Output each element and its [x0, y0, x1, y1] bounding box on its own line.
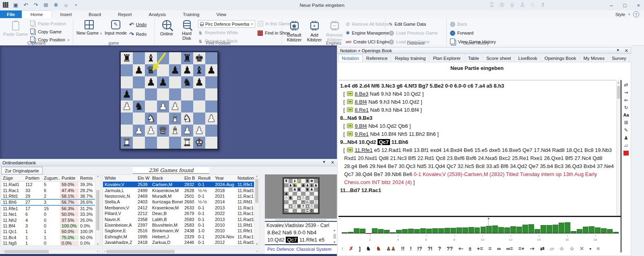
annotation-symbol-button[interactable]: ∞=: [506, 246, 513, 251]
square-d8[interactable]: [157, 52, 169, 64]
column-header[interactable]: Züge: [1, 176, 24, 180]
annotation-symbol-button[interactable]: ⇄: [540, 246, 545, 251]
piece-white-bishop[interactable]: ♝: [169, 125, 181, 137]
back-to-original-game-button[interactable]: Zur Originalpartie: [1, 167, 43, 174]
notation-tab-my-moves[interactable]: My Moves: [580, 54, 608, 62]
paste-game-button[interactable]: Paste Game: [3, 19, 28, 37]
more-dropdown-icon[interactable]: ▾: [73, 2, 79, 8]
square-d1[interactable]: [157, 137, 169, 149]
table-row[interactable]: Saglione,E2516Brinkmann,W24381-0201011.R…: [103, 228, 254, 233]
paste-position-button[interactable]: Paste Position: [30, 20, 70, 27]
mainline-moves[interactable]: 9...Nb4 10.Qd2 Qc7 11.Bh6: [340, 138, 615, 146]
scroll-up-icon[interactable]: ▲: [333, 229, 336, 231]
column-header[interactable]: Elo W: [136, 176, 151, 180]
table-row[interactable]: 11.Bh627356.7%26.6%: [1, 199, 95, 205]
square-g4[interactable]: [193, 100, 205, 113]
table-row[interactable]: 11.Ng5100.0%0.0%: [1, 240, 95, 246]
annotation-symbol-button[interactable]: ✕: [580, 246, 584, 251]
load-previous-game-button[interactable]: ‹Load Previous Game: [389, 29, 438, 37]
tab-view[interactable]: View: [208, 10, 235, 18]
table-row[interactable]: Javakhadze,Z2418Zarkua,D24460-1201211.Ra…: [103, 240, 254, 245]
table-row[interactable]: 11.Rac133647.4%28.2%: [1, 187, 95, 193]
swap-lines-icon[interactable]: ⇝: [624, 90, 628, 95]
scrollbar-thumb[interactable]: [106, 250, 175, 253]
preview-moves[interactable]: 8.Be2 Na6 9.0-0 Nb4 10.Qd2 Qc7 11.Rfe1 e…: [265, 229, 337, 244]
notation-tab-replay-training[interactable]: Replay training: [392, 54, 429, 62]
move-text[interactable]: [: [343, 107, 346, 113]
notation-tab-openings-book[interactable]: Openings Book: [541, 54, 580, 62]
annotation-symbol-button[interactable]: !!: [401, 246, 405, 251]
piece-white-knight[interactable]: ♞: [145, 113, 157, 125]
annotation-symbol-button[interactable]: ±: [469, 246, 471, 251]
piece-black-rook[interactable]: ♜: [181, 52, 193, 64]
square-b6[interactable]: [133, 76, 145, 88]
scroll-right-icon[interactable]: ›: [256, 250, 257, 253]
panel-close-icon[interactable]: ✕: [331, 160, 334, 165]
notation-scrollbar[interactable]: ∧: [616, 80, 621, 215]
notation-tab-notation[interactable]: Notation: [338, 54, 363, 62]
square-g3[interactable]: [193, 113, 205, 125]
piece-black-pawn[interactable]: ♟: [205, 64, 217, 76]
notation-tab-reference[interactable]: Reference: [363, 54, 391, 62]
current-move-highlight[interactable]: Qc7: [286, 237, 298, 243]
table-row[interactable]: Nestorovic,N2469Muradli,M25010-1202111.R…: [103, 193, 254, 199]
scroll-up-icon[interactable]: ∧: [256, 175, 258, 178]
current-move[interactable]: Qc7: [378, 139, 390, 145]
copy-game-button[interactable]: Copy Game: [30, 28, 70, 35]
scroll-up-icon[interactable]: ∧: [617, 81, 619, 84]
annotation-symbol-button[interactable]: ✗: [349, 246, 353, 251]
annotation-symbol-button[interactable]: ♞: [366, 246, 371, 251]
save-icon[interactable]: ▣: [12, 2, 19, 8]
square-b1[interactable]: [133, 137, 145, 149]
annotation-symbol-button[interactable]: •: [590, 246, 592, 251]
pen-annotation-icon[interactable]: ✎: [624, 128, 628, 133]
square-h5[interactable]: [205, 88, 217, 100]
scroll-left-icon[interactable]: ‹: [2, 250, 4, 253]
table-row[interactable]: 11.Rfe1171556.3%31.2%: [1, 206, 95, 211]
annotation-symbol-button[interactable]: ??: [446, 246, 453, 251]
repertoire-white-button[interactable]: ♞Repertoire White: [198, 29, 255, 36]
variation-arrows-icon[interactable]: ⇄: [624, 82, 628, 87]
table-row[interactable]: Kovalev,V2539Carlsen,M28320-12024-Aug11.…: [103, 182, 254, 187]
notation-tab-survey[interactable]: Survey: [609, 54, 630, 62]
input-mode-button[interactable]: ✎ Input mode: [105, 19, 127, 35]
powerbook-dropdown[interactable]: Pirc Defence Powerbas ∨: [198, 20, 255, 28]
annotation-symbol-button[interactable]: ♞: [376, 246, 381, 251]
square-e8[interactable]: [169, 52, 181, 64]
scrollbar-thumb[interactable]: [617, 86, 620, 99]
maximize-button[interactable]: □: [623, 2, 627, 8]
square-h6[interactable]: [205, 76, 217, 88]
preview-moves-scrollbar[interactable]: ▲ ▼: [332, 229, 336, 244]
move-text[interactable]: [: [343, 123, 346, 129]
chess-board[interactable]: ♜♝♜♚♟♛♟♟♝♟♟♟♞♟♟♟♞♟♟♞♝♞♟♟♟♛♝♟♟♜♜♚: [121, 52, 217, 149]
variation-line[interactable]: [ 8.Re1 Na6 9.h3 Nb4 10.Bf4 ]: [340, 106, 615, 114]
scroll-up-icon[interactable]: ∧: [97, 175, 99, 178]
annotation-symbol-button[interactable]: =+: [518, 246, 524, 251]
square-e6[interactable]: [169, 76, 181, 88]
piece-white-pawn[interactable]: ♟: [145, 125, 157, 137]
tab-board[interactable]: Board: [80, 10, 109, 18]
variation-move[interactable]: 9.Bf4: [355, 123, 367, 129]
column-header[interactable]: Punkte: [60, 176, 78, 180]
square-e5[interactable]: [169, 88, 181, 100]
piece-black-rook[interactable]: ♜: [121, 52, 133, 64]
variation-move[interactable]: 8.Be3: [355, 91, 368, 97]
square-f5[interactable]: [181, 88, 193, 100]
piece-black-pawn[interactable]: ♟: [133, 64, 145, 76]
annotation-symbol-button[interactable]: -+: [530, 246, 535, 251]
piece-white-pawn[interactable]: ♟: [133, 125, 145, 137]
variation-icon[interactable]: [347, 123, 353, 128]
tab-insert[interactable]: Insert: [52, 10, 80, 18]
variation-icon[interactable]: [347, 99, 353, 104]
move-text[interactable]: [: [343, 147, 346, 153]
piece-black-king[interactable]: ♚: [193, 52, 205, 64]
square-h2[interactable]: [205, 125, 217, 137]
variation-line[interactable]: [ 9.Bf4 Nb4 10.Qd2 Qb6 ]: [340, 122, 615, 130]
annotation-symbol-button[interactable]: ]: [359, 246, 360, 251]
undo-icon[interactable]: ↶: [23, 2, 29, 8]
annotation-symbol-button[interactable]: ?: [438, 246, 441, 251]
variation-line[interactable]: [ 9.Re1 Nb4 10.Bf4 Nh5 11.Bh2 Bh6 ]: [340, 130, 615, 138]
tab-report[interactable]: Report: [109, 10, 140, 18]
variation-move[interactable]: 9.Re1: [355, 131, 369, 137]
table-row[interactable]: Eisenbeiser,A2397Bluvshtein,M25830-12010…: [103, 222, 254, 228]
